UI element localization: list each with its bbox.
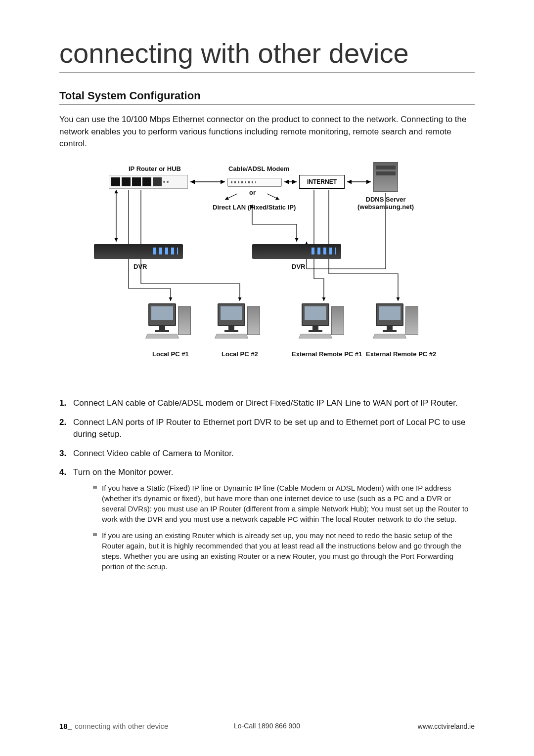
router-label: IP Router or HUB	[129, 165, 181, 172]
svg-line-4	[267, 194, 279, 200]
direct-lan-label: Direct LAN (Fixed/Static IP)	[213, 204, 296, 211]
ddns-label-2: (websamsung.net)	[357, 203, 414, 210]
or-label: or	[249, 189, 256, 196]
notes-list: If you have a Static (Fixed) IP line or …	[73, 483, 475, 572]
modem-label: Cable/ADSL Modem	[228, 165, 289, 172]
pc3-label: External Remote PC #1	[292, 350, 362, 358]
step-4: Turn on the Monitor power. If you have a…	[59, 466, 475, 572]
dvr-icon-2	[252, 244, 341, 259]
note-1: If you have a Static (Fixed) IP line or …	[93, 483, 475, 524]
remote-pc-1-icon	[302, 303, 346, 343]
pc2-label: Local PC #2	[222, 350, 258, 358]
ddns-label: DDNS Server (websamsung.net)	[356, 196, 415, 210]
ddns-label-1: DDNS Server	[366, 196, 406, 203]
page-title: connecting with other device	[59, 37, 475, 73]
local-pc-1-icon	[148, 303, 193, 343]
page-footer: 18_ connecting with other device Lo-Call…	[59, 722, 475, 730]
network-diagram: IP Router or HUB Cable/ADSL Modem INTERN…	[89, 165, 445, 378]
footer-phone: Lo-Call 1890 866 900	[234, 722, 300, 730]
note-2: If you are using an existing Router whic…	[93, 530, 475, 572]
footer-title: connecting with other device	[75, 722, 168, 730]
local-pc-2-icon	[218, 303, 262, 343]
modem-icon	[227, 178, 282, 187]
section-title: Total System Configuration	[59, 89, 475, 105]
page-number: 18_	[59, 722, 72, 730]
ip-router-icon	[109, 175, 188, 189]
dvr-label-2: DVR	[292, 263, 305, 270]
ddns-server-icon	[373, 162, 398, 192]
intro-paragraph: You can use the 10/100 Mbps Ethernet con…	[59, 114, 475, 150]
internet-box: INTERNET	[299, 175, 345, 189]
dvr-icon-1	[94, 244, 183, 259]
dvr-label-1: DVR	[134, 263, 147, 270]
step-4-text: Turn on the Monitor power.	[73, 467, 174, 477]
pc1-label: Local PC #1	[152, 350, 189, 358]
step-1: Connect LAN cable of Cable/ADSL modem or…	[59, 397, 475, 410]
step-2: Connect LAN ports of IP Router to Ethern…	[59, 417, 475, 441]
footer-url: www.cctvireland.ie	[418, 722, 475, 730]
pc4-label: External Remote PC #2	[366, 350, 436, 358]
svg-line-3	[225, 194, 237, 200]
step-3: Connect Video cable of Camera to Monitor…	[59, 448, 475, 460]
steps-list: Connect LAN cable of Cable/ADSL modem or…	[59, 397, 475, 572]
remote-pc-2-icon	[376, 303, 420, 343]
